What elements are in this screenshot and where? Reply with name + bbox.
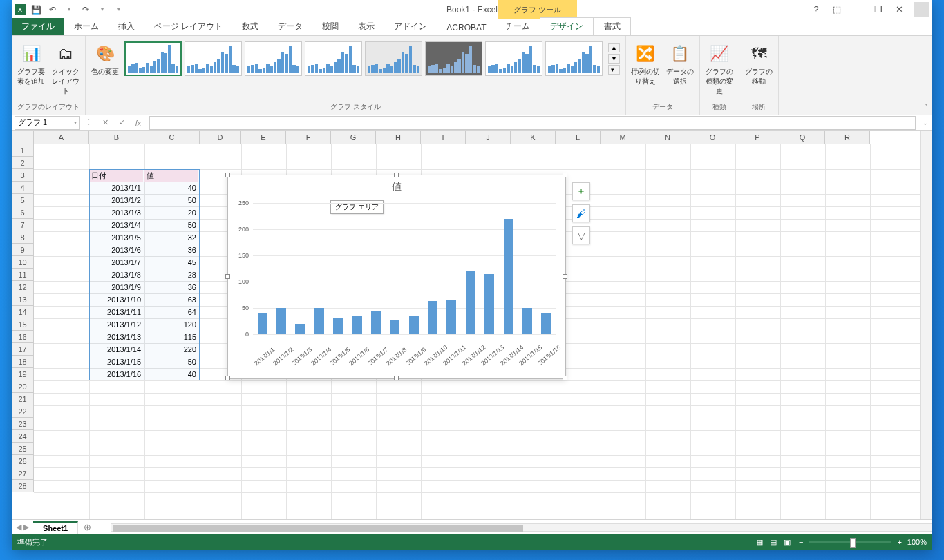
expand-formula-bar[interactable]: ⌄ — [918, 119, 932, 126]
row-header-8[interactable]: 8 — [12, 231, 34, 244]
row-header-12[interactable]: 12 — [12, 281, 34, 293]
col-header-P[interactable]: P — [735, 131, 780, 144]
row-header-26[interactable]: 26 — [12, 455, 34, 467]
row-header-17[interactable]: 17 — [12, 343, 34, 356]
chart-style-8[interactable] — [545, 41, 603, 76]
row-header-23[interactable]: 23 — [12, 418, 34, 430]
style-scroll-up[interactable]: ▲ — [608, 43, 620, 52]
row-header-7[interactable]: 7 — [12, 219, 34, 231]
row-header-2[interactable]: 2 — [12, 157, 34, 169]
chart-bar-12[interactable] — [466, 271, 475, 334]
account-icon[interactable] — [914, 2, 929, 17]
chart-bar-9[interactable] — [409, 316, 419, 334]
row-header-20[interactable]: 20 — [12, 380, 34, 393]
row-header-4[interactable]: 4 — [12, 182, 34, 194]
col-header-M[interactable]: M — [601, 131, 645, 144]
col-header-K[interactable]: K — [511, 131, 556, 144]
chart-title[interactable]: 値 — [228, 175, 565, 193]
grid[interactable]: ABCDEFGHIJKLMNOPQR 123456789101112131415… — [12, 131, 920, 519]
maximize-button[interactable]: ❐ — [869, 2, 888, 17]
view-pagelayout-button[interactable]: ▤ — [767, 536, 780, 548]
add-sheet-button[interactable]: ⊕ — [78, 522, 97, 532]
row-header-9[interactable]: 9 — [12, 244, 34, 256]
tab-home[interactable]: ホーム — [64, 18, 108, 35]
chart-resize-handle[interactable] — [225, 274, 230, 279]
chart-bar-1[interactable] — [258, 313, 267, 334]
tab-view[interactable]: 表示 — [348, 18, 384, 35]
switch-rowcol-button[interactable]: 🔀 行/列の切り替え — [630, 39, 661, 86]
col-header-C[interactable]: C — [144, 131, 200, 144]
row-header-5[interactable]: 5 — [12, 194, 34, 206]
row-header-27[interactable]: 27 — [12, 467, 34, 480]
col-header-J[interactable]: J — [466, 131, 511, 144]
chart-plot-area[interactable]: 0501001502002502013/1/12013/1/22013/1/32… — [253, 203, 556, 334]
quick-layout-button[interactable]: 🗂 クイックレイアウト — [50, 39, 81, 96]
chart-styles-button[interactable]: 🖌 — [572, 204, 590, 222]
row-header-1[interactable]: 1 — [12, 144, 34, 157]
chart-resize-handle[interactable] — [225, 173, 230, 177]
row-header-21[interactable]: 21 — [12, 393, 34, 405]
chart-bar-6[interactable] — [352, 316, 362, 334]
help-button[interactable]: ? — [806, 2, 826, 17]
chart-bar-7[interactable] — [371, 311, 381, 334]
col-header-O[interactable]: O — [690, 131, 735, 144]
col-header-H[interactable]: H — [376, 131, 421, 144]
select-data-button[interactable]: 📋 データの選択 — [665, 39, 695, 86]
chart-bar-16[interactable] — [541, 313, 551, 334]
accept-edit[interactable]: ✓ — [113, 118, 130, 127]
chart-style-4[interactable] — [305, 41, 362, 76]
tab-review[interactable]: 校閲 — [312, 18, 348, 35]
chart-style-7[interactable] — [485, 41, 542, 76]
formula-input[interactable] — [149, 116, 916, 130]
view-pagebreak-button[interactable]: ▣ — [781, 536, 793, 548]
row-header-28[interactable]: 28 — [12, 480, 34, 492]
chart-style-6[interactable] — [425, 41, 482, 76]
row-header-25[interactable]: 25 — [12, 443, 34, 455]
zoom-slider[interactable] — [809, 541, 891, 543]
chart-resize-handle[interactable] — [394, 173, 399, 177]
tab-formulas[interactable]: 数式 — [232, 18, 268, 35]
cancel-edit[interactable]: ✕ — [97, 118, 113, 127]
row-header-16[interactable]: 16 — [12, 331, 34, 343]
tab-format[interactable]: 書式 — [594, 17, 631, 35]
vertical-scrollbar[interactable] — [920, 131, 932, 519]
row-header-3[interactable]: 3 — [12, 169, 34, 182]
col-header-A[interactable]: A — [34, 131, 89, 144]
row-header-6[interactable]: 6 — [12, 206, 34, 219]
chart-elements-button[interactable]: ＋ — [572, 182, 590, 200]
chart-bar-2[interactable] — [276, 308, 286, 334]
style-expand[interactable]: ▾ — [608, 65, 620, 75]
chart-resize-handle[interactable] — [563, 376, 567, 380]
chart-resize-handle[interactable] — [563, 274, 567, 279]
col-header-I[interactable]: I — [421, 131, 466, 144]
sheet-tab-sheet1[interactable]: Sheet1 — [33, 521, 78, 534]
qat-customize[interactable]: ▾ — [113, 3, 125, 16]
horizontal-scrollbar[interactable] — [111, 522, 932, 533]
chart-bar-5[interactable] — [333, 318, 343, 334]
move-chart-button[interactable]: 🗺 グラフの移動 — [744, 39, 774, 86]
col-header-Q[interactable]: Q — [780, 131, 825, 144]
undo-dropdown[interactable]: ▾ — [63, 3, 75, 16]
chart-bar-14[interactable] — [504, 219, 513, 334]
ribbon-opts-button[interactable]: ⬚ — [827, 2, 847, 17]
zoom-in-button[interactable]: + — [897, 538, 901, 546]
row-header-18[interactable]: 18 — [12, 356, 34, 368]
chart-object[interactable]: ＋🖌▽値グラフ エリア0501001502002502013/1/12013/1… — [227, 175, 566, 379]
zoom-out-button[interactable]: − — [799, 538, 803, 546]
chart-bar-8[interactable] — [390, 320, 399, 334]
minimize-button[interactable]: — — [848, 2, 867, 17]
chart-resize-handle[interactable] — [394, 376, 399, 380]
row-header-22[interactable]: 22 — [12, 405, 34, 418]
tab-file[interactable]: ファイル — [12, 18, 64, 35]
save-button[interactable]: 💾 — [30, 3, 42, 16]
col-header-R[interactable]: R — [825, 131, 870, 144]
chart-bar-3[interactable] — [295, 324, 305, 334]
chart-resize-handle[interactable] — [225, 376, 230, 380]
row-header-15[interactable]: 15 — [12, 318, 34, 331]
select-all-corner[interactable] — [12, 131, 34, 144]
chart-resize-handle[interactable] — [563, 173, 567, 177]
row-header-14[interactable]: 14 — [12, 306, 34, 318]
col-header-D[interactable]: D — [200, 131, 241, 144]
more-functions[interactable]: ⋮ — [80, 118, 97, 127]
chart-bar-11[interactable] — [446, 300, 456, 334]
